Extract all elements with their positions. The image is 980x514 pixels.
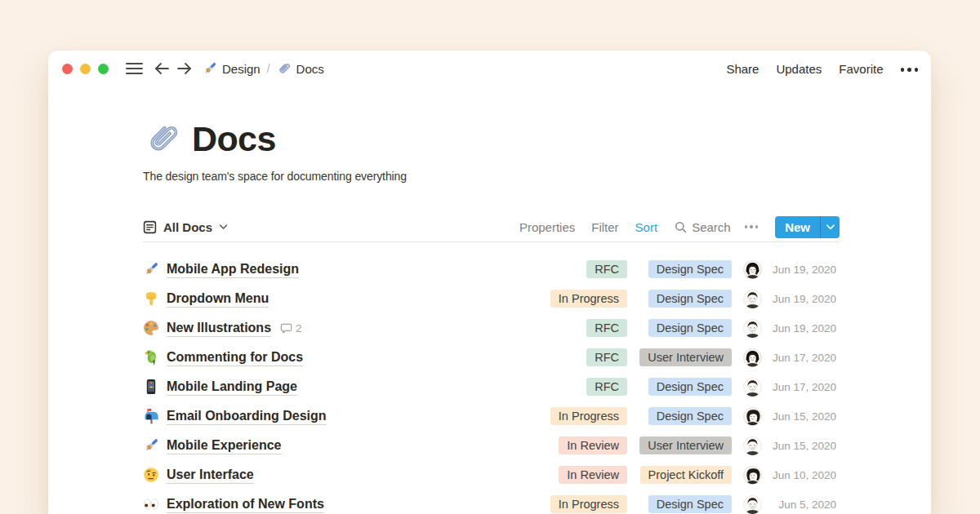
- breadcrumb-docs[interactable]: Docs: [277, 61, 324, 76]
- doc-date: Jun 10, 2020: [771, 469, 840, 481]
- doc-date: Jun 17, 2020: [771, 381, 840, 393]
- table-row[interactable]: New Illustrations 2 RFC Design Spec Jun …: [143, 313, 840, 343]
- chevron-down-icon: [219, 224, 228, 230]
- avatar: [743, 436, 762, 455]
- doc-name-link[interactable]: Mobile App Redesign: [167, 261, 299, 278]
- paintbrush-icon: [203, 61, 217, 76]
- page-title: Docs: [192, 119, 276, 158]
- page-header: Docs: [143, 116, 840, 158]
- app-window: Design / Docs Share Updates Favorite Doc…: [48, 51, 931, 514]
- search-icon: [675, 221, 687, 233]
- doc-date: Jun 15, 2020: [771, 440, 840, 452]
- avatar: [743, 378, 762, 397]
- back-arrow-icon[interactable]: [154, 62, 170, 75]
- doc-name-link[interactable]: Commenting for Docs: [167, 349, 303, 366]
- list-view-icon: [143, 220, 157, 234]
- doc-type-tag: User Interview: [639, 348, 732, 366]
- doc-emoji-icon: [143, 320, 159, 336]
- status-tag: RFC: [586, 260, 627, 278]
- breadcrumb: Design / Docs: [203, 61, 324, 76]
- doc-date: Jun 17, 2020: [771, 352, 840, 364]
- doc-type-tag: Design Spec: [648, 319, 732, 337]
- status-tag: In Progress: [550, 290, 627, 308]
- doc-date: Jun 5, 2020: [771, 498, 840, 511]
- forward-arrow-icon[interactable]: [176, 62, 192, 75]
- zoom-window-button[interactable]: [98, 64, 109, 74]
- doc-emoji-icon: [143, 261, 159, 277]
- breadcrumb-design[interactable]: Design: [203, 61, 261, 76]
- updates-button[interactable]: Updates: [776, 62, 822, 76]
- more-options-icon[interactable]: [901, 65, 919, 72]
- minimize-window-button[interactable]: [80, 64, 91, 74]
- favorite-button[interactable]: Favorite: [839, 62, 883, 76]
- doc-name-link[interactable]: User Interface: [167, 467, 254, 484]
- new-button-label: New: [775, 216, 820, 238]
- new-button-caret[interactable]: [821, 216, 840, 238]
- share-button[interactable]: Share: [726, 62, 759, 76]
- comment-bubble-icon: [280, 322, 292, 335]
- paperclip-icon[interactable]: [143, 119, 182, 158]
- doc-emoji-icon: [143, 467, 159, 483]
- table-row[interactable]: Commenting for Docs RFC User Interview J…: [143, 343, 840, 372]
- doc-date: Jun 15, 2020: [771, 410, 840, 423]
- doc-type-tag: User Interview: [639, 436, 732, 454]
- avatar: [743, 260, 762, 279]
- table-row[interactable]: Mobile Landing Page RFC Design Spec Jun …: [143, 372, 840, 401]
- doc-emoji-icon: [143, 379, 159, 395]
- doc-date: Jun 19, 2020: [771, 322, 840, 335]
- avatar: [743, 290, 762, 308]
- sort-button[interactable]: Sort: [635, 220, 658, 234]
- docs-table: Mobile App Redesign RFC Design Spec Jun …: [143, 255, 840, 514]
- status-tag: In Progress: [550, 407, 627, 425]
- doc-name-link[interactable]: Exploration of New Fonts: [167, 496, 324, 513]
- avatar: [743, 495, 762, 514]
- doc-emoji-icon: [143, 437, 159, 454]
- doc-type-tag: Design Spec: [648, 495, 732, 513]
- doc-name-link[interactable]: Mobile Experience: [167, 437, 282, 454]
- paperclip-icon: [277, 61, 292, 76]
- doc-emoji-icon: [143, 349, 159, 366]
- doc-name-link[interactable]: Mobile Landing Page: [167, 379, 297, 396]
- toolbar-controls: Properties Filter Sort Search New: [503, 216, 840, 238]
- table-row[interactable]: Dropdown Menu In Progress Design Spec Ju…: [143, 284, 840, 313]
- doc-type-tag: Design Spec: [648, 260, 732, 278]
- status-tag: In Review: [559, 466, 627, 484]
- comment-count[interactable]: 2: [280, 322, 302, 335]
- avatar: [743, 407, 762, 426]
- status-tag: RFC: [586, 319, 627, 337]
- view-more-icon[interactable]: [745, 225, 759, 228]
- doc-type-tag: Project Kickoff: [640, 466, 732, 484]
- doc-name-link[interactable]: New Illustrations: [167, 320, 271, 337]
- doc-date: Jun 19, 2020: [771, 293, 840, 305]
- breadcrumb-docs-label: Docs: [296, 62, 324, 76]
- properties-button[interactable]: Properties: [519, 220, 575, 234]
- table-row[interactable]: Exploration of New Fonts In Progress Des…: [143, 490, 840, 514]
- table-row[interactable]: User Interface In Review Project Kickoff…: [143, 460, 840, 490]
- search-button[interactable]: Search: [675, 220, 731, 234]
- doc-name-link[interactable]: Email Onboarding Design: [167, 408, 327, 425]
- doc-type-tag: Design Spec: [648, 290, 732, 308]
- breadcrumb-separator: /: [267, 62, 270, 75]
- doc-emoji-icon: [143, 290, 159, 307]
- status-tag: RFC: [586, 348, 627, 366]
- status-tag: In Progress: [550, 495, 627, 513]
- traffic-lights: [62, 64, 109, 74]
- status-tag: In Review: [559, 436, 627, 454]
- doc-name-link[interactable]: Dropdown Menu: [167, 290, 269, 308]
- view-selector[interactable]: All Docs: [143, 220, 228, 234]
- doc-type-tag: Design Spec: [648, 378, 732, 396]
- view-toolbar: All Docs Properties Filter Sort Search N…: [143, 215, 840, 239]
- sidebar-menu-icon[interactable]: [126, 62, 143, 75]
- filter-button[interactable]: Filter: [591, 220, 618, 234]
- close-window-button[interactable]: [62, 64, 73, 74]
- page-content: Docs The design team's space for documen…: [48, 116, 931, 514]
- table-row[interactable]: Mobile App Redesign RFC Design Spec Jun …: [143, 255, 840, 284]
- doc-emoji-icon: [143, 496, 159, 512]
- table-row[interactable]: Email Onboarding Design In Progress Desi…: [143, 401, 840, 431]
- breadcrumb-design-label: Design: [222, 62, 261, 76]
- table-row[interactable]: Mobile Experience In Review User Intervi…: [143, 431, 840, 460]
- view-selector-label: All Docs: [163, 220, 212, 234]
- doc-date: Jun 19, 2020: [771, 264, 840, 276]
- doc-emoji-icon: [143, 408, 159, 424]
- new-button[interactable]: New: [775, 216, 840, 238]
